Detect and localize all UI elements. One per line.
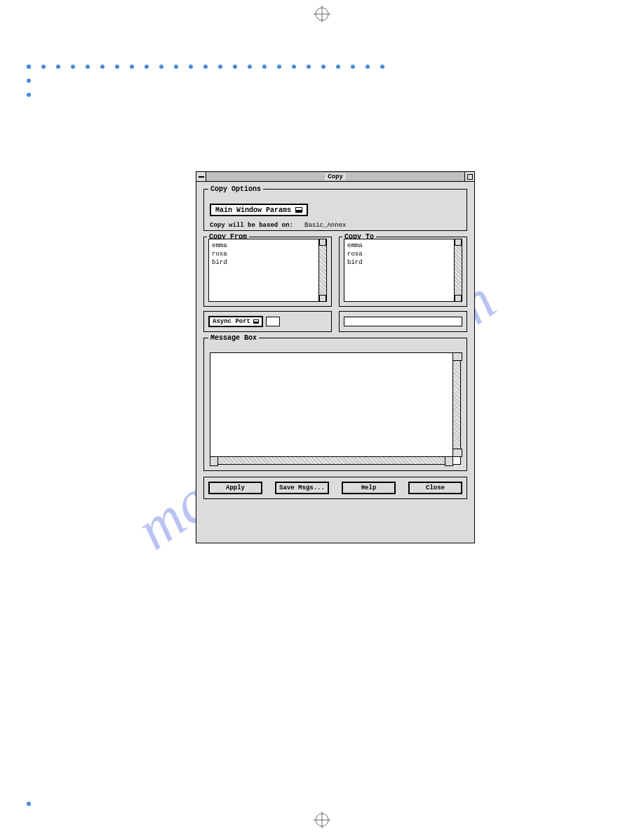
message-box-group: Message Box xyxy=(203,338,467,471)
list-item[interactable]: rosa xyxy=(212,250,323,258)
svg-point-0 xyxy=(316,8,328,20)
to-panel xyxy=(339,311,467,332)
message-area[interactable] xyxy=(210,352,461,465)
main-window-params-menu[interactable]: Main Window Params xyxy=(210,204,308,216)
footer-dot xyxy=(27,802,31,806)
scrollbar-vertical[interactable] xyxy=(454,239,462,302)
save-msgs-button[interactable]: Save Msgs... xyxy=(275,482,329,494)
copy-options-group: Copy Options Main Window Params Copy wil… xyxy=(203,189,467,231)
header-dots-vertical xyxy=(27,65,31,97)
port-menu-label: Async Port xyxy=(213,318,250,325)
to-text-field[interactable] xyxy=(344,317,462,326)
crop-mark-top xyxy=(314,6,330,22)
minimize-icon[interactable] xyxy=(464,172,474,181)
list-item[interactable]: emma xyxy=(347,241,459,250)
list-item[interactable]: bird xyxy=(347,258,459,267)
copy-to-list[interactable]: emma rosa bird xyxy=(344,239,462,302)
async-port-menu[interactable]: Async Port xyxy=(208,316,263,327)
option-indicator-icon xyxy=(253,319,259,324)
copy-from-list[interactable]: emma rosa bird xyxy=(208,239,327,302)
svg-point-3 xyxy=(316,814,328,826)
based-on-label: Copy will be based on: xyxy=(210,222,293,229)
copy-from-group: Copy From emma rosa bird xyxy=(203,237,332,307)
option-menu-label: Main Window Params xyxy=(215,206,291,214)
message-box-legend: Message Box xyxy=(208,334,259,342)
apply-button[interactable]: Apply xyxy=(208,482,262,494)
scrollbar-vertical[interactable] xyxy=(318,239,327,302)
scrollbar-horizontal[interactable] xyxy=(210,456,453,465)
copy-options-legend: Copy Options xyxy=(208,185,263,193)
titlebar[interactable]: Copy xyxy=(196,172,474,182)
list-item[interactable]: bird xyxy=(212,258,323,267)
port-panel: Async Port xyxy=(203,311,332,332)
based-on-value: Basic_Annex xyxy=(304,222,346,229)
scrollbar-vertical[interactable] xyxy=(452,352,461,457)
copy-dialog: Copy Copy Options Main Window Params Cop… xyxy=(196,171,475,543)
crop-mark-bottom xyxy=(314,812,330,828)
button-row: Apply Save Msgs... Help Close xyxy=(203,477,467,499)
list-item[interactable]: emma xyxy=(212,241,323,250)
option-indicator-icon xyxy=(295,207,302,213)
close-button[interactable]: Close xyxy=(408,482,462,494)
help-button[interactable]: Help xyxy=(342,482,396,494)
list-item[interactable]: rosa xyxy=(347,250,459,258)
port-text-field-small[interactable] xyxy=(266,317,280,326)
window-title: Copy xyxy=(325,173,346,180)
copy-to-group: Copy To emma rosa bird xyxy=(339,237,467,307)
system-menu-icon[interactable] xyxy=(196,172,206,181)
header-dots xyxy=(27,65,398,69)
